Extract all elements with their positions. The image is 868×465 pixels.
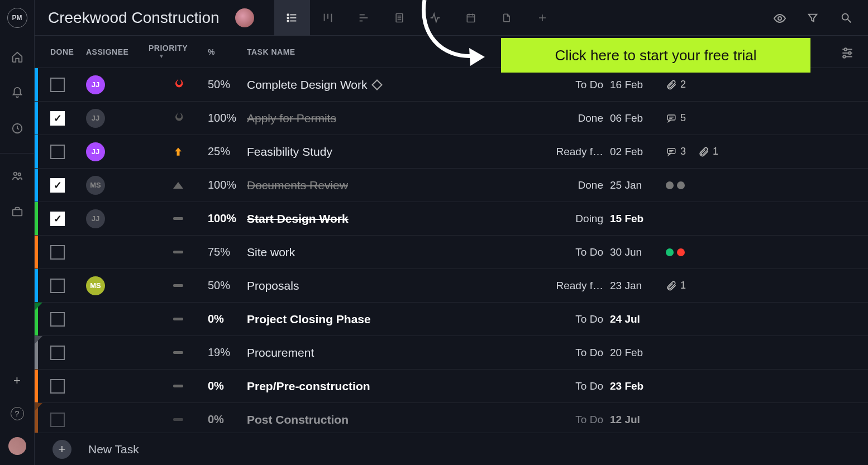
assignee-avatar[interactable]: JJ [86, 142, 105, 161]
priority-icon[interactable] [173, 182, 183, 189]
task-name[interactable]: Start Design Work [247, 212, 349, 226]
date-value[interactable]: 12 Jul [610, 414, 666, 426]
eye-icon[interactable] [773, 12, 785, 24]
col-header-percent[interactable]: % [208, 47, 247, 56]
tag-dots[interactable] [666, 181, 685, 189]
date-value[interactable]: 02 Feb [610, 146, 666, 158]
help-icon[interactable]: ? [11, 407, 24, 420]
table-row[interactable]: JJ100%Apply for PermitsDone06 Feb5 [35, 102, 868, 135]
done-checkbox[interactable] [50, 78, 65, 92]
date-value[interactable]: 23 Feb [610, 380, 666, 392]
done-checkbox[interactable] [50, 279, 65, 293]
priority-icon[interactable] [173, 318, 183, 320]
col-header-done[interactable]: DONE [50, 47, 86, 56]
task-name[interactable]: Documents Review [247, 179, 348, 192]
assignee-avatar[interactable]: JJ [86, 209, 105, 228]
filter-icon[interactable] [807, 12, 819, 24]
task-name[interactable]: Project Closing Phase [247, 313, 371, 326]
done-checkbox[interactable] [50, 312, 65, 327]
comments-chip[interactable]: 5 [666, 112, 686, 124]
attachment-chip[interactable]: 2 [666, 79, 686, 90]
new-task-label[interactable]: New Task [88, 443, 139, 456]
priority-icon[interactable] [173, 217, 183, 220]
col-header-assignee[interactable]: ASSIGNEE [86, 47, 149, 56]
priority-icon[interactable] [173, 284, 183, 287]
view-gantt-icon[interactable] [346, 0, 381, 36]
table-row[interactable]: 0%Post ConstructionTo Do12 Jul [35, 403, 868, 433]
status-value[interactable]: Ready f… [549, 280, 610, 292]
status-value[interactable]: To Do [549, 347, 610, 359]
view-board-icon[interactable] [310, 0, 346, 36]
status-value[interactable]: Ready f… [549, 146, 610, 158]
date-value[interactable]: 20 Feb [610, 347, 666, 359]
table-row[interactable]: JJ50%Complete Design WorkTo Do16 Feb2 [35, 68, 868, 102]
date-value[interactable]: 16 Feb [610, 79, 666, 91]
priority-icon[interactable] [173, 111, 184, 126]
attachment-chip[interactable]: 1 [698, 146, 718, 157]
task-name[interactable]: Proposals [247, 279, 299, 293]
done-checkbox[interactable] [50, 245, 65, 260]
comments-chip[interactable]: 3 [666, 146, 686, 157]
priority-icon[interactable] [173, 251, 183, 253]
priority-icon[interactable] [173, 351, 183, 354]
assignee-avatar[interactable]: JJ [86, 109, 105, 128]
bell-icon[interactable] [11, 86, 24, 99]
add-task-button[interactable]: + [53, 440, 71, 459]
done-checkbox[interactable] [50, 346, 65, 360]
done-checkbox[interactable] [50, 413, 65, 427]
done-checkbox[interactable] [50, 145, 65, 159]
view-files-icon[interactable] [489, 0, 524, 36]
team-icon[interactable] [11, 169, 24, 183]
priority-icon[interactable] [173, 418, 183, 421]
table-row[interactable]: 75%Site workTo Do30 Jun [35, 236, 868, 269]
cta-banner[interactable]: Click here to start your free trial [501, 38, 810, 73]
task-name[interactable]: Feasibility Study [247, 145, 332, 159]
table-row[interactable]: JJ25%Feasibility StudyReady f…02 Feb31 [35, 135, 868, 169]
clock-icon[interactable] [11, 122, 24, 135]
tag-dots[interactable] [666, 248, 685, 256]
task-name[interactable]: Site work [247, 246, 295, 259]
done-checkbox[interactable] [50, 379, 65, 394]
date-value[interactable]: 23 Jan [610, 280, 666, 292]
status-value[interactable]: To Do [549, 380, 610, 392]
table-row[interactable]: MS100%Documents ReviewDone25 Jan [35, 169, 868, 202]
project-title[interactable]: Creekwood Construction [48, 9, 220, 27]
task-name[interactable]: Complete Design Work [247, 78, 368, 92]
status-value[interactable]: Done [549, 112, 610, 124]
status-value[interactable]: To Do [549, 414, 610, 426]
task-name[interactable]: Post Construction [247, 413, 349, 426]
table-row[interactable]: JJ100%Start Design WorkDoing15 Feb [35, 202, 868, 236]
add-icon[interactable]: + [13, 373, 21, 388]
col-header-priority[interactable]: PRIORITY ▼ [149, 44, 208, 59]
view-sheet-icon[interactable] [381, 0, 417, 36]
home-icon[interactable] [11, 50, 24, 64]
priority-icon[interactable] [173, 146, 184, 158]
task-name[interactable]: Procurement [247, 346, 314, 359]
attachment-chip[interactable]: 1 [666, 280, 686, 291]
assignee-avatar[interactable]: MS [86, 276, 105, 295]
status-value[interactable]: To Do [549, 313, 610, 325]
date-value[interactable]: 30 Jun [610, 246, 666, 258]
table-row[interactable]: 0%Prep/Pre-constructionTo Do23 Feb [35, 370, 868, 403]
view-list-icon[interactable] [274, 0, 310, 36]
assignee-avatar[interactable]: JJ [86, 75, 105, 94]
date-value[interactable]: 15 Feb [610, 213, 666, 225]
task-name[interactable]: Apply for Permits [247, 112, 336, 125]
done-checkbox[interactable] [50, 111, 65, 126]
done-checkbox[interactable] [50, 178, 65, 193]
table-row[interactable]: MS50%ProposalsReady f…23 Jan1 [35, 269, 868, 303]
app-logo[interactable]: PM [7, 8, 27, 28]
assignee-avatar[interactable]: MS [86, 176, 105, 195]
priority-icon[interactable] [173, 77, 184, 92]
table-row[interactable]: 19%ProcurementTo Do20 Feb [35, 336, 868, 370]
date-value[interactable]: 06 Feb [610, 112, 666, 124]
project-avatar[interactable] [235, 8, 254, 27]
status-value[interactable]: Done [549, 179, 610, 191]
status-value[interactable]: Doing [549, 213, 610, 225]
settings-sliders-icon[interactable] [840, 46, 856, 61]
done-checkbox[interactable] [50, 212, 65, 226]
view-add-icon[interactable] [524, 0, 560, 36]
date-value[interactable]: 24 Jul [610, 313, 666, 325]
status-value[interactable]: To Do [549, 246, 610, 258]
date-value[interactable]: 25 Jan [610, 179, 666, 191]
